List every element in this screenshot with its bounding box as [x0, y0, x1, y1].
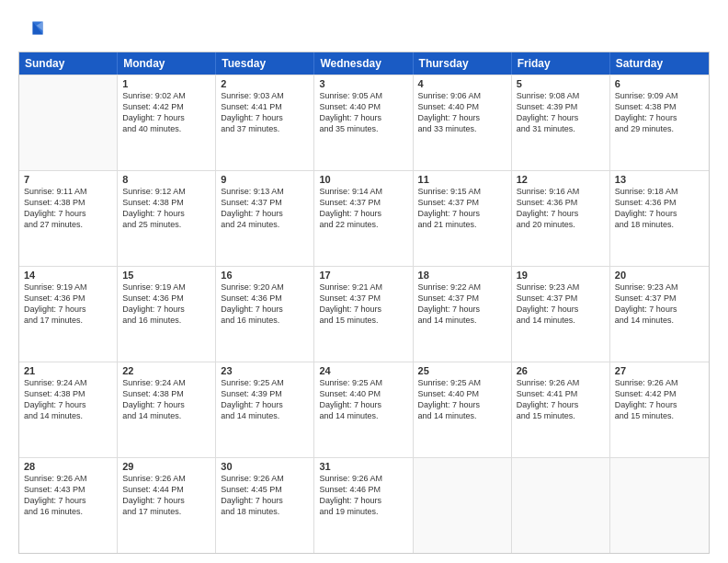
day-number: 15 [122, 270, 210, 281]
day-cell: 1Sunrise: 9:02 AM Sunset: 4:42 PM Daylig… [118, 75, 216, 170]
day-info: Sunrise: 9:23 AM Sunset: 4:37 PM Dayligh… [517, 282, 605, 327]
day-info: Sunrise: 9:22 AM Sunset: 4:37 PM Dayligh… [418, 282, 506, 327]
page: SundayMondayTuesdayWednesdayThursdayFrid… [0, 0, 728, 563]
week-row-3: 14Sunrise: 9:19 AM Sunset: 4:36 PM Dayli… [19, 266, 709, 362]
week-row-2: 7Sunrise: 9:11 AM Sunset: 4:38 PM Daylig… [19, 170, 709, 266]
day-cell: 17Sunrise: 9:21 AM Sunset: 4:37 PM Dayli… [314, 267, 413, 362]
calendar-header: SundayMondayTuesdayWednesdayThursdayFrid… [19, 52, 709, 75]
day-number: 20 [615, 270, 704, 281]
day-cell: 16Sunrise: 9:20 AM Sunset: 4:36 PM Dayli… [216, 267, 314, 362]
day-cell: 24Sunrise: 9:25 AM Sunset: 4:40 PM Dayli… [314, 362, 413, 457]
day-number: 4 [418, 78, 506, 89]
day-cell: 26Sunrise: 9:26 AM Sunset: 4:41 PM Dayli… [512, 362, 610, 457]
day-number: 8 [122, 174, 210, 185]
day-cell: 21Sunrise: 9:24 AM Sunset: 4:38 PM Dayli… [19, 362, 118, 457]
day-number: 12 [517, 174, 605, 185]
day-cell: 3Sunrise: 9:05 AM Sunset: 4:40 PM Daylig… [314, 75, 413, 170]
header-day-wednesday: Wednesday [314, 52, 413, 75]
header-day-monday: Monday [118, 52, 216, 75]
day-cell: 8Sunrise: 9:12 AM Sunset: 4:38 PM Daylig… [118, 171, 216, 266]
day-number: 17 [319, 270, 407, 281]
day-info: Sunrise: 9:26 AM Sunset: 4:41 PM Dayligh… [517, 377, 605, 422]
day-info: Sunrise: 9:25 AM Sunset: 4:39 PM Dayligh… [221, 377, 309, 422]
day-number: 22 [122, 365, 210, 376]
week-row-1: 1Sunrise: 9:02 AM Sunset: 4:42 PM Daylig… [19, 75, 709, 170]
day-info: Sunrise: 9:26 AM Sunset: 4:42 PM Dayligh… [615, 377, 704, 422]
day-number: 25 [418, 365, 506, 376]
day-number: 10 [319, 174, 407, 185]
header-day-tuesday: Tuesday [216, 52, 314, 75]
day-info: Sunrise: 9:23 AM Sunset: 4:37 PM Dayligh… [615, 282, 704, 327]
header-day-friday: Friday [512, 52, 610, 75]
logo-icon [18, 17, 44, 42]
day-cell: 9Sunrise: 9:13 AM Sunset: 4:37 PM Daylig… [216, 171, 314, 266]
day-info: Sunrise: 9:24 AM Sunset: 4:38 PM Dayligh… [122, 377, 210, 422]
day-cell: 20Sunrise: 9:23 AM Sunset: 4:37 PM Dayli… [610, 267, 709, 362]
day-cell: 12Sunrise: 9:16 AM Sunset: 4:36 PM Dayli… [512, 171, 610, 266]
day-cell: 25Sunrise: 9:25 AM Sunset: 4:40 PM Dayli… [414, 362, 512, 457]
logo [18, 17, 48, 42]
header-day-saturday: Saturday [610, 52, 709, 75]
day-number: 5 [517, 78, 605, 89]
day-cell: 11Sunrise: 9:15 AM Sunset: 4:37 PM Dayli… [414, 171, 512, 266]
day-number: 27 [615, 365, 704, 376]
day-number: 18 [418, 270, 506, 281]
day-number: 26 [517, 365, 605, 376]
day-cell: 31Sunrise: 9:26 AM Sunset: 4:46 PM Dayli… [314, 458, 413, 553]
calendar-body: 1Sunrise: 9:02 AM Sunset: 4:42 PM Daylig… [19, 75, 709, 553]
day-cell: 23Sunrise: 9:25 AM Sunset: 4:39 PM Dayli… [216, 362, 314, 457]
day-cell: 18Sunrise: 9:22 AM Sunset: 4:37 PM Dayli… [414, 267, 512, 362]
day-info: Sunrise: 9:15 AM Sunset: 4:37 PM Dayligh… [418, 186, 506, 231]
day-number: 9 [221, 174, 309, 185]
day-number: 19 [517, 270, 605, 281]
day-info: Sunrise: 9:13 AM Sunset: 4:37 PM Dayligh… [221, 186, 309, 231]
day-cell: 2Sunrise: 9:03 AM Sunset: 4:41 PM Daylig… [216, 75, 314, 170]
day-cell: 19Sunrise: 9:23 AM Sunset: 4:37 PM Dayli… [512, 267, 610, 362]
day-info: Sunrise: 9:24 AM Sunset: 4:38 PM Dayligh… [24, 377, 112, 422]
day-cell: 30Sunrise: 9:26 AM Sunset: 4:45 PM Dayli… [216, 458, 314, 553]
calendar: SundayMondayTuesdayWednesdayThursdayFrid… [18, 52, 710, 554]
day-cell: 22Sunrise: 9:24 AM Sunset: 4:38 PM Dayli… [118, 362, 216, 457]
day-info: Sunrise: 9:08 AM Sunset: 4:39 PM Dayligh… [517, 90, 605, 135]
day-info: Sunrise: 9:25 AM Sunset: 4:40 PM Dayligh… [319, 377, 407, 422]
day-number: 23 [221, 365, 309, 376]
day-info: Sunrise: 9:11 AM Sunset: 4:38 PM Dayligh… [24, 186, 112, 231]
day-cell: 14Sunrise: 9:19 AM Sunset: 4:36 PM Dayli… [19, 267, 118, 362]
day-number: 28 [24, 461, 112, 472]
day-info: Sunrise: 9:20 AM Sunset: 4:36 PM Dayligh… [221, 282, 309, 327]
day-cell [610, 458, 709, 553]
day-cell [414, 458, 512, 553]
day-info: Sunrise: 9:05 AM Sunset: 4:40 PM Dayligh… [319, 90, 407, 135]
day-info: Sunrise: 9:26 AM Sunset: 4:46 PM Dayligh… [319, 473, 407, 518]
day-number: 11 [418, 174, 506, 185]
day-info: Sunrise: 9:03 AM Sunset: 4:41 PM Dayligh… [221, 90, 309, 135]
day-number: 31 [319, 461, 407, 472]
day-info: Sunrise: 9:06 AM Sunset: 4:40 PM Dayligh… [418, 90, 506, 135]
day-number: 1 [122, 78, 210, 89]
day-number: 6 [615, 78, 704, 89]
day-number: 2 [221, 78, 309, 89]
day-info: Sunrise: 9:19 AM Sunset: 4:36 PM Dayligh… [122, 282, 210, 327]
day-info: Sunrise: 9:14 AM Sunset: 4:37 PM Dayligh… [319, 186, 407, 231]
day-info: Sunrise: 9:19 AM Sunset: 4:36 PM Dayligh… [24, 282, 112, 327]
day-info: Sunrise: 9:02 AM Sunset: 4:42 PM Dayligh… [122, 90, 210, 135]
header-day-thursday: Thursday [414, 52, 512, 75]
day-number: 14 [24, 270, 112, 281]
day-number: 7 [24, 174, 112, 185]
day-cell: 13Sunrise: 9:18 AM Sunset: 4:36 PM Dayli… [610, 171, 709, 266]
day-cell [19, 75, 118, 170]
day-cell: 7Sunrise: 9:11 AM Sunset: 4:38 PM Daylig… [19, 171, 118, 266]
day-info: Sunrise: 9:21 AM Sunset: 4:37 PM Dayligh… [319, 282, 407, 327]
day-cell: 29Sunrise: 9:26 AM Sunset: 4:44 PM Dayli… [118, 458, 216, 553]
week-row-5: 28Sunrise: 9:26 AM Sunset: 4:43 PM Dayli… [19, 457, 709, 553]
day-cell [512, 458, 610, 553]
day-info: Sunrise: 9:12 AM Sunset: 4:38 PM Dayligh… [122, 186, 210, 231]
week-row-4: 21Sunrise: 9:24 AM Sunset: 4:38 PM Dayli… [19, 362, 709, 457]
day-cell: 4Sunrise: 9:06 AM Sunset: 4:40 PM Daylig… [414, 75, 512, 170]
day-cell: 28Sunrise: 9:26 AM Sunset: 4:43 PM Dayli… [19, 458, 118, 553]
day-number: 21 [24, 365, 112, 376]
day-number: 30 [221, 461, 309, 472]
day-info: Sunrise: 9:26 AM Sunset: 4:45 PM Dayligh… [221, 473, 309, 518]
day-info: Sunrise: 9:26 AM Sunset: 4:43 PM Dayligh… [24, 473, 112, 518]
day-info: Sunrise: 9:26 AM Sunset: 4:44 PM Dayligh… [122, 473, 210, 518]
